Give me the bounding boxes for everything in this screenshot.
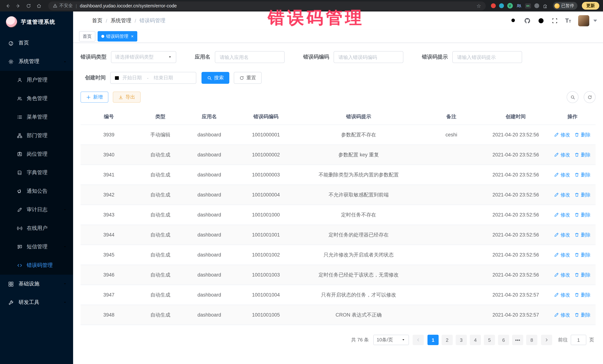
proxy-extension-icon[interactable]: on [525, 3, 531, 8]
extension-people-icon[interactable] [516, 3, 522, 9]
browser-forward-button[interactable] [14, 2, 22, 10]
hamburger-icon[interactable] [79, 17, 86, 24]
page-url[interactable]: dashboard.yudao.iocoder.cn/system/error-… [80, 3, 177, 8]
extensions-puzzle-icon[interactable] [542, 3, 547, 8]
delete-link[interactable]: 删除 [575, 252, 591, 258]
page-number-button[interactable]: 5 [484, 335, 495, 345]
app-logo[interactable]: 芋道管理系统 [0, 11, 73, 32]
browser-update-button[interactable]: 更新 [582, 2, 599, 10]
delete-link-label: 删除 [581, 292, 591, 298]
page-number-button[interactable]: 3 [456, 335, 467, 345]
delete-link[interactable]: 删除 [575, 191, 591, 198]
tab-home[interactable]: 首页 [79, 31, 95, 42]
delete-link[interactable]: 删除 [575, 311, 591, 318]
page-number-button[interactable]: 2 [441, 335, 453, 345]
security-warning[interactable]: 不安全 [53, 3, 73, 9]
search-button[interactable]: 搜索 [201, 72, 229, 84]
edit-link[interactable]: 修改 [554, 151, 570, 158]
sidebar-submenu-item[interactable]: 在线用户 [0, 219, 73, 238]
font-size-icon[interactable]: TT [565, 17, 571, 24]
refresh-table-button[interactable] [584, 91, 596, 103]
page-number-button[interactable]: 6 [498, 335, 509, 345]
sidebar-submenu-item[interactable]: 通知公告 [0, 182, 73, 200]
book-icon [17, 170, 22, 175]
tab-error-code[interactable]: 错误码管理 × [98, 31, 137, 42]
breadcrumb-system[interactable]: 系统管理 [111, 17, 131, 24]
edit-link[interactable]: 修改 [554, 132, 570, 138]
app-name-input[interactable] [219, 54, 280, 60]
error-type-select[interactable]: 请选择错误码类型 [111, 51, 176, 63]
error-hint-input-wrap [452, 51, 522, 63]
sidebar-submenu-item[interactable]: 角色管理 [0, 89, 73, 108]
paused-badge[interactable]: 已暂停 [553, 2, 577, 10]
delete-link[interactable]: 删除 [575, 292, 591, 298]
sidebar-submenu-item[interactable]: 菜单管理 [0, 108, 73, 126]
cell-code: 1001001004 [235, 291, 297, 299]
export-button[interactable]: 导出 [113, 92, 141, 103]
sidebar-item-system[interactable]: 系统管理 [0, 52, 73, 71]
cell-type: 自动生成 [137, 230, 184, 240]
edit-link[interactable]: 修改 [554, 252, 570, 258]
tags-view: 首页 错误码管理 × [73, 30, 603, 43]
column-header: 备注 [420, 112, 482, 121]
date-range-picker[interactable]: 开始日期 - 结束日期 [110, 72, 196, 84]
extension-blue-icon[interactable] [499, 3, 504, 8]
error-hint-input[interactable] [456, 54, 518, 60]
search-icon[interactable] [510, 17, 517, 24]
table-row: 3945 自动生成 dashboard 1001001002 只允许修改为开启或… [81, 245, 596, 265]
cell-type: 自动生成 [137, 290, 184, 300]
browser-back-button[interactable] [4, 2, 12, 10]
sidebar-submenu-item[interactable]: 字典管理 [0, 164, 73, 182]
edit-link[interactable]: 修改 [554, 191, 570, 198]
edit-link[interactable]: 修改 [554, 171, 570, 178]
delete-link[interactable]: 删除 [575, 171, 591, 178]
sidebar-submenu-item[interactable]: 错误码管理 [0, 256, 73, 275]
edit-link[interactable]: 修改 [554, 311, 570, 318]
page-list: 123456•••8 [428, 335, 537, 345]
vue-devtools-icon[interactable]: V [507, 3, 513, 9]
edit-link[interactable]: 修改 [554, 232, 570, 238]
sidebar-submenu-item[interactable]: 审计日志 [0, 200, 73, 219]
goto-page-input[interactable] [571, 335, 586, 345]
extension-red-icon[interactable] [491, 3, 496, 8]
sidebar-item[interactable]: 基础设施 [0, 275, 73, 293]
sidebar-submenu-item[interactable]: 短信管理 [0, 238, 73, 256]
help-icon[interactable] [538, 17, 544, 24]
page-size-select[interactable]: 10条/页 [373, 335, 409, 345]
delete-link[interactable]: 删除 [575, 132, 591, 138]
avatar-caret-icon[interactable] [593, 20, 597, 22]
toggle-search-button[interactable] [567, 91, 579, 103]
sidebar-submenu-item[interactable]: 部门管理 [0, 126, 73, 145]
delete-link[interactable]: 删除 [575, 211, 591, 218]
browser-reload-button[interactable] [24, 2, 33, 10]
fullscreen-icon[interactable] [551, 17, 558, 24]
page-number-button[interactable]: 8 [526, 335, 537, 345]
address-bar[interactable]: 不安全 | dashboard.yudao.iocoder.cn/system/… [48, 1, 486, 10]
error-code-input[interactable] [338, 54, 399, 60]
page-number-button[interactable]: 4 [470, 335, 481, 345]
edit-link[interactable]: 修改 [554, 272, 570, 278]
user-avatar[interactable] [578, 15, 589, 26]
more-pages-button[interactable]: ••• [512, 335, 523, 345]
add-button[interactable]: 新增 [81, 92, 108, 103]
edit-link[interactable]: 修改 [554, 211, 570, 218]
edit-link[interactable]: 修改 [554, 292, 570, 298]
breadcrumb-home[interactable]: 首页 [92, 17, 103, 24]
page-number-button[interactable]: 1 [428, 335, 439, 345]
delete-link[interactable]: 删除 [575, 232, 591, 238]
sidebar-item-home[interactable]: 首页 [0, 34, 73, 52]
cell-remark: ceshi [420, 131, 482, 139]
sidebar-submenu-item[interactable]: 岗位管理 [0, 145, 73, 164]
delete-link[interactable]: 删除 [575, 272, 591, 278]
prev-page-button[interactable] [413, 335, 424, 345]
bookmark-star-icon[interactable]: ☆ [476, 3, 481, 9]
browser-home-button[interactable] [35, 2, 43, 10]
reset-button[interactable]: 重置 [234, 72, 262, 84]
delete-link[interactable]: 删除 [575, 151, 591, 158]
extension-gray-icon[interactable] [534, 3, 539, 8]
close-icon[interactable]: × [131, 34, 134, 39]
sidebar-submenu-item[interactable]: 用户管理 [0, 71, 73, 89]
sidebar-item[interactable]: 研发工具 [0, 293, 73, 312]
github-icon[interactable] [524, 17, 531, 24]
next-page-button[interactable] [541, 335, 552, 345]
